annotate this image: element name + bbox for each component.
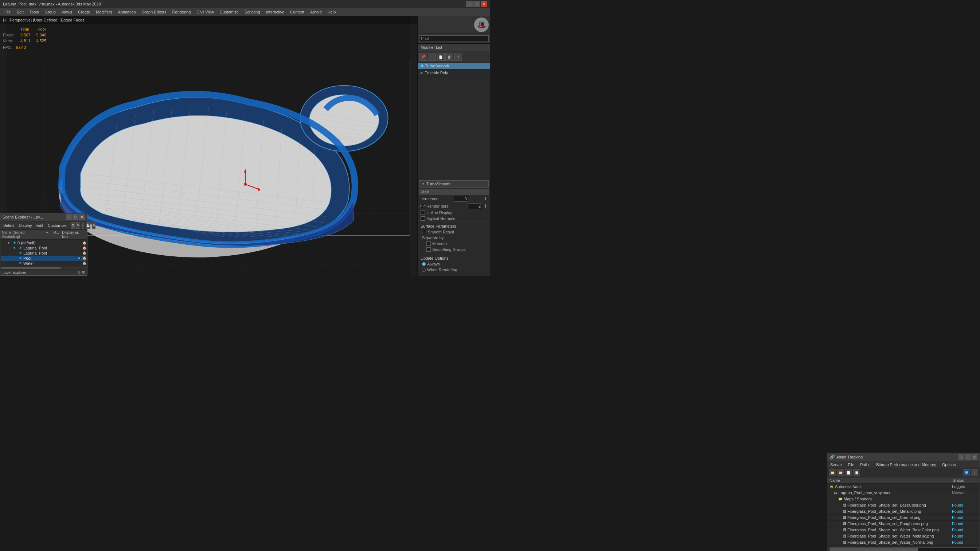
- scene-tree: ▼ 👁 0 (default) 🏠 ▼ 👁 Laguna_Pool 🏠: [0, 240, 87, 267]
- viewport[interactable]: [+] [Perspective] [User Defined] [Edged …: [0, 16, 417, 276]
- menu-item-create[interactable]: Create: [75, 9, 93, 15]
- mod-icon-paste[interactable]: 📋: [437, 53, 445, 61]
- menu-item-content[interactable]: Content: [287, 9, 307, 15]
- viewport-header: [+] [Perspective] [User Defined] [Edged …: [0, 16, 417, 24]
- smoothing-groups-checkbox[interactable]: [426, 247, 431, 252]
- scene-explorer-close[interactable]: ✕: [79, 214, 85, 220]
- always-radio[interactable]: [422, 262, 426, 266]
- menu-item-customize[interactable]: Customize: [217, 9, 242, 15]
- tree-item-0[interactable]: ▼ 👁 0 (default) 🏠: [1, 240, 86, 245]
- materials-checkbox[interactable]: [426, 241, 431, 246]
- tree-item-water[interactable]: 👁 Water 🏠: [1, 261, 86, 266]
- search-input[interactable]: [419, 35, 489, 42]
- menu-item-civil-view[interactable]: Civil View: [194, 9, 216, 15]
- scene-explorer-title: Scene Explorer - Lay...: [3, 215, 43, 219]
- scene-explorer-minimize[interactable]: ─: [66, 214, 72, 220]
- menu-item-graph-editors[interactable]: Graph Editors: [139, 9, 169, 15]
- polys-total: 9 507: [21, 32, 30, 38]
- render-iters-checkbox[interactable]: ✓: [421, 204, 425, 208]
- modifier-item-editable-poly[interactable]: ▶ Editable Poly: [418, 70, 490, 76]
- fps-label: FPS:: [3, 45, 12, 49]
- viewport-label: [+] [Perspective] [User Defined] [Edged …: [3, 18, 86, 22]
- menu-item-help[interactable]: Help: [325, 9, 339, 15]
- menu-item-tools[interactable]: Tools: [27, 9, 42, 15]
- menu-item-views[interactable]: Views: [59, 9, 75, 15]
- scene-explorer-maximize[interactable]: □: [73, 214, 78, 220]
- scene-scrollbar-thumb[interactable]: [1, 267, 61, 269]
- scene-select-label[interactable]: Select: [2, 223, 16, 228]
- menu-item-scripting[interactable]: Scripting: [242, 9, 263, 15]
- menu-item-interactive[interactable]: Interactive: [263, 9, 288, 15]
- menu-item-rendering[interactable]: Rendering: [169, 9, 194, 15]
- scene-explorer-controls: ─ □ ✕: [66, 214, 85, 220]
- explicit-normals-checkbox[interactable]: [421, 216, 425, 221]
- separate-by-label: Separate by:: [421, 235, 487, 241]
- scene-explorer-panel: Scene Explorer - Lay... ─ □ ✕ Select Dis…: [0, 213, 88, 276]
- smooth-result-label: Smooth Result: [428, 230, 454, 234]
- turbosmooth-header[interactable]: ▼ TurboSmooth: [419, 180, 489, 187]
- verts-pool: 4 525: [37, 38, 47, 44]
- scene-icon-add[interactable]: +: [82, 222, 84, 229]
- pool-header: Pool: [38, 26, 46, 32]
- mod-icon-delete[interactable]: 🗑: [445, 53, 453, 61]
- minimize-button[interactable]: ─: [466, 1, 473, 7]
- verts-label: Verts:: [3, 38, 18, 44]
- scene-explorer-header: Scene Explorer - Lay... ─ □ ✕: [0, 213, 87, 221]
- menu-item-group[interactable]: Group: [41, 9, 59, 15]
- total-header: Total: [21, 26, 29, 32]
- surface-params-panel: Surface Parameters ✓ Smooth Result Separ…: [419, 221, 489, 254]
- tree-item-laguna-pool-group[interactable]: ▼ 👁 Laguna_Pool 🏠: [1, 245, 86, 251]
- close-button[interactable]: ✕: [481, 1, 487, 7]
- scene-footer-icon2[interactable]: ☰: [82, 271, 85, 275]
- mod-icon-list[interactable]: ☰: [428, 53, 436, 61]
- scene-scrollbar[interactable]: [0, 267, 87, 270]
- when-rendering-label: When Rendering: [427, 268, 457, 272]
- hat-icon: 🎩: [474, 17, 489, 32]
- maximize-button[interactable]: □: [473, 1, 480, 7]
- fps-value: 6.643: [16, 45, 26, 49]
- iterations-label: Iterations:: [421, 197, 438, 201]
- mod-icon-pin[interactable]: 📌: [419, 53, 427, 61]
- scene-icon-eye[interactable]: 👁: [76, 222, 80, 229]
- scene-edit-label[interactable]: Edit: [35, 223, 45, 228]
- main-layout: [+] [Perspective] [User Defined] [Edged …: [0, 16, 490, 276]
- mod-icon-info[interactable]: ℹ: [454, 53, 462, 61]
- svg-point-65: [244, 183, 247, 186]
- menubar: FileEditToolsGroupViewsCreateModifiersAn…: [0, 8, 490, 16]
- polys-label: Polys:: [3, 32, 18, 38]
- modifier-toolbar: 📌 ☰ 📋 🗑 ℹ: [418, 51, 490, 63]
- tree-item-laguna-pool-obj[interactable]: 👁 Laguna_Pool 🏠: [1, 251, 86, 256]
- scene-customize-label[interactable]: Customize: [46, 223, 68, 228]
- smooth-result-checkbox[interactable]: ✓: [422, 230, 426, 234]
- iterations-input[interactable]: [454, 196, 468, 202]
- scene-display-label[interactable]: Display: [18, 223, 33, 228]
- menu-item-animation[interactable]: Animation: [115, 9, 139, 15]
- menu-item-modifiers[interactable]: Modifiers: [93, 9, 115, 15]
- when-rendering-row: When Rendering: [421, 267, 487, 273]
- surface-params-title: Surface Parameters: [421, 223, 487, 229]
- isoline-checkbox[interactable]: [421, 211, 425, 215]
- when-rendering-radio[interactable]: [422, 268, 426, 272]
- scene-col-r: R...: [54, 230, 59, 238]
- scene-icon-save[interactable]: 💾: [86, 222, 91, 229]
- menu-item-edit[interactable]: Edit: [14, 9, 27, 15]
- turbosmooth-title: TurboSmooth: [426, 182, 450, 186]
- scene-icon-settings2[interactable]: ⚙: [92, 222, 95, 229]
- verts-total: 4 811: [21, 38, 30, 44]
- menu-item-file[interactable]: File: [2, 9, 14, 15]
- scene-footer: Layer Explorer ⚙ ☰: [0, 270, 87, 275]
- scene-icon-filter[interactable]: ⚙: [71, 222, 75, 229]
- tree-item-pool[interactable]: 👁 Pool ■ 🏠: [1, 256, 86, 261]
- materials-row: Materials: [421, 241, 487, 246]
- always-row: Always: [421, 261, 487, 267]
- iterations-row: Iterations: ⬆: [419, 195, 489, 202]
- polys-pool: 9 046: [37, 32, 47, 38]
- menu-item-arnold[interactable]: Arnold: [307, 9, 325, 15]
- render-iters-input[interactable]: [468, 203, 482, 209]
- modifier-item-turbosmooth[interactable]: TurboSmooth: [418, 63, 490, 70]
- modifier-label-turbosmooth: TurboSmooth: [425, 64, 449, 68]
- scene-footer-icon1[interactable]: ⚙: [78, 271, 81, 275]
- scene-toolbar: Select Display Edit Customize ⚙ 👁 + 💾 ⚙: [0, 221, 87, 230]
- content-area: [+] [Perspective] [User Defined] [Edged …: [0, 16, 490, 276]
- hat-icon-area: 🎩: [418, 16, 490, 34]
